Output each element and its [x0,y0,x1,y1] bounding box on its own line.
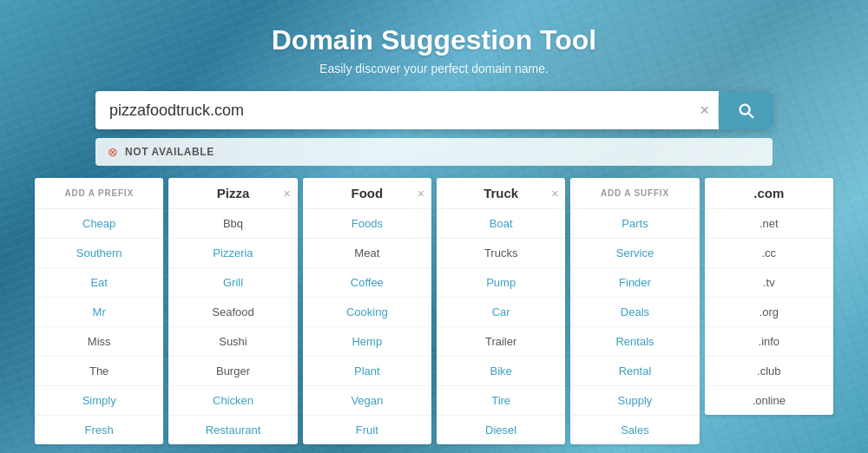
column-item-suffix-4[interactable]: Rentals [570,327,699,357]
column-item-tld-5: .club [705,357,833,386]
column-item-pizza-7[interactable]: Restaurant [168,416,297,444]
status-bar: ⊗ NOT AVAILABLE [95,138,773,166]
column-item-truck-2[interactable]: Pump [437,268,565,298]
column-item-truck-5[interactable]: Bike [437,357,565,386]
column-title-truck: Truck [483,186,518,200]
column-title-food: Food [351,186,383,200]
column-item-prefix-6[interactable]: Simply [35,386,163,416]
column-item-prefix-4: Miss [35,327,163,357]
column-item-tld-2: .tv [705,268,833,298]
column-item-pizza-6[interactable]: Chicken [168,386,297,416]
column-header-truck: Truck× [437,178,565,209]
column-item-food-7[interactable]: Fruit [303,416,431,444]
column-item-food-3[interactable]: Cooking [303,298,431,327]
column-item-suffix-0[interactable]: Parts [570,209,699,239]
column-item-food-0[interactable]: Foods [303,209,431,239]
column-item-pizza-2[interactable]: Grill [168,268,297,298]
column-header-suffix: ADD A SUFFIX [570,178,699,209]
search-submit-button[interactable] [719,91,773,129]
column-item-truck-0[interactable]: Boat [437,209,565,239]
page-subtitle: Easily discover your perfect domain name… [319,62,549,76]
column-item-prefix-5: The [35,357,163,386]
column-suffix: ADD A SUFFIXPartsServiceFinderDealsRenta… [570,178,699,444]
column-item-pizza-1[interactable]: Pizzeria [168,239,297,268]
column-item-food-4[interactable]: Hemp [303,327,431,357]
column-item-food-5[interactable]: Plant [303,357,431,386]
column-header-food: Food× [303,178,431,209]
column-item-truck-1: Trucks [437,239,565,268]
search-input[interactable] [95,91,691,129]
column-item-tld-3: .org [705,298,833,327]
column-close-food[interactable]: × [418,187,424,200]
column-item-tld-4: .info [705,327,833,357]
column-pizza: Pizza×BbqPizzeriaGrillSeafoodSushiBurger… [168,178,297,444]
column-header-pizza: Pizza× [168,178,297,209]
column-item-food-2[interactable]: Coffee [303,268,431,298]
column-truck: Truck×BoatTrucksPumpCarTrailerBikeTireDi… [437,178,565,444]
column-header-prefix: ADD A PREFIX [35,178,163,209]
column-label-prefix: ADD A PREFIX [64,188,133,198]
column-item-prefix-2[interactable]: Eat [35,268,163,298]
column-item-food-1: Meat [303,239,431,268]
columns-container: ADD A PREFIXCheapSouthernEatMrMissTheSim… [35,178,833,444]
column-item-suffix-3[interactable]: Deals [570,298,699,327]
column-item-suffix-5[interactable]: Rental [570,357,699,386]
column-item-truck-7[interactable]: Diesel [437,416,565,444]
column-item-prefix-1[interactable]: Southern [35,239,163,268]
column-header-tld: .com [705,178,833,209]
column-item-prefix-3[interactable]: Mr [35,298,163,327]
column-close-truck[interactable]: × [551,187,558,200]
column-item-pizza-0: Bbq [168,209,297,239]
column-close-pizza[interactable]: × [283,187,290,200]
search-bar: × [95,91,773,129]
column-tld: .com.net.cc.tv.org.info.club.online [705,178,833,415]
column-item-prefix-0[interactable]: Cheap [35,209,163,239]
page-title: Domain Suggestion Tool [272,24,597,56]
column-item-pizza-4: Sushi [168,327,297,357]
column-item-suffix-6[interactable]: Supply [570,386,699,416]
column-item-tld-0: .net [705,209,833,239]
column-item-suffix-7[interactable]: Sales [570,416,699,444]
column-item-tld-1: .cc [705,239,833,268]
search-clear-button[interactable]: × [691,102,718,118]
column-item-food-6[interactable]: Vegan [303,386,431,416]
column-item-prefix-7[interactable]: Fresh [35,416,163,444]
column-item-truck-3[interactable]: Car [437,298,565,327]
column-title-tld: .com [753,186,784,200]
status-text: NOT AVAILABLE [125,146,214,158]
column-item-truck-4: Trailer [437,327,565,357]
column-label-suffix: ADD A SUFFIX [601,188,669,198]
search-icon [736,101,755,120]
column-item-pizza-5: Burger [168,357,297,386]
column-prefix: ADD A PREFIXCheapSouthernEatMrMissTheSim… [35,178,163,444]
status-icon: ⊗ [108,145,118,159]
column-item-pizza-3: Seafood [168,298,297,327]
column-item-suffix-2[interactable]: Finder [570,268,699,298]
column-item-suffix-1[interactable]: Service [570,239,699,268]
column-title-pizza: Pizza [217,186,250,200]
column-food: Food×FoodsMeatCoffeeCookingHempPlantVega… [303,178,431,444]
column-item-tld-6: .online [705,386,833,415]
column-item-truck-6[interactable]: Tire [437,386,565,416]
